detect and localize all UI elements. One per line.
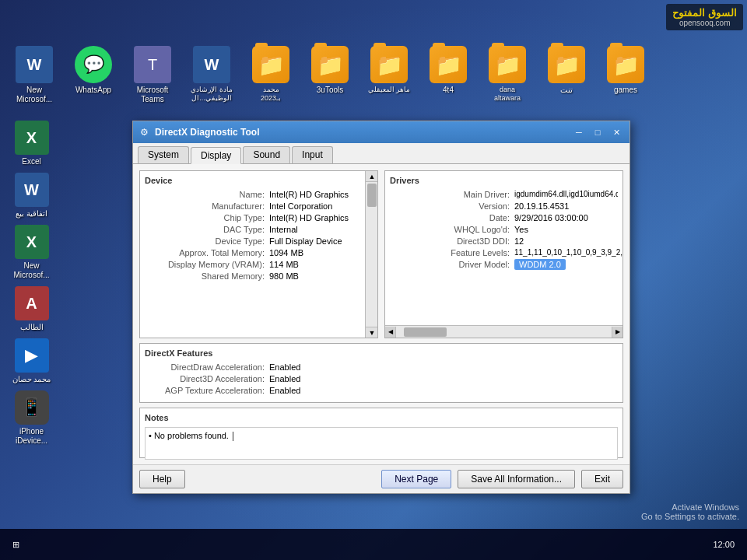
icon-label-arabic-word: مادة الإرشاديالوظيفي...ال (191, 86, 233, 103)
horiz-scroll-thumb[interactable] (404, 327, 447, 337)
desktop-icon-tnt[interactable]: 📁 تنت (538, 43, 594, 98)
scroll-left-arrow[interactable]: ◀ (385, 327, 396, 338)
agp-label: AGP Texture Acceleration: (145, 386, 269, 395)
content-area: Device Name: Intel(R) HD Graphics Manufa… (139, 170, 623, 338)
close-button[interactable]: ✕ (608, 125, 625, 139)
desktop-icon-excel[interactable]: X Excel (6, 121, 57, 166)
desktop-icon-arabic-word[interactable]: W مادة الإرشاديالوظيفي...ال (184, 43, 240, 106)
directdraw-label: DirectDraw Acceleration: (145, 362, 269, 372)
excel-icon: X (15, 121, 49, 155)
icon-label-excel: Excel (22, 157, 40, 166)
whatsapp-icon: 💬 (75, 46, 112, 83)
date-row: Date: 9/29/2016 03:00:00 (390, 213, 618, 222)
main-driver-label: Main Driver: (390, 190, 514, 199)
help-button[interactable]: Help (139, 470, 185, 488)
window-title: DirectX Diagnostic Tool (155, 127, 570, 138)
desktop-icon-maher[interactable]: 📁 ماهر المعيقلي (361, 43, 417, 97)
tab-input[interactable]: Input (292, 146, 333, 163)
device-info-table: Name: Intel(R) HD Graphics Manufacturer:… (145, 190, 373, 281)
feature-levels-value: 11_1,11_0,10_1,10_0,9_3,9_2,9_1 (514, 248, 623, 257)
direct3d-value: Enabled (269, 374, 618, 383)
right-buttons: Next Page Save All Information... Exit (381, 470, 623, 488)
tab-system[interactable]: System (138, 146, 189, 163)
icon-label-muhammad-hussan: محمد حصان (12, 375, 51, 384)
start-button[interactable]: ⊞ (6, 540, 26, 550)
scroll-right-arrow[interactable]: ▶ (612, 327, 622, 338)
desktop-icon-4t4[interactable]: 📁 4t4 (420, 43, 476, 98)
device-name-row: Name: Intel(R) HD Graphics (145, 190, 373, 199)
desktop-icon-dana[interactable]: 📁 danaaltawara (479, 43, 535, 106)
window-titlebar[interactable]: ⚙ DirectX Diagnostic Tool ─ □ ✕ (133, 121, 630, 143)
desktop-icon-whatsapp[interactable]: 💬 WhatsApp (65, 43, 121, 98)
activate-text: Activate Windows (641, 502, 739, 512)
driver-model-label: Driver Model: (390, 260, 514, 269)
device-scrollbar[interactable]: ▲ ▼ (365, 171, 377, 338)
scroll-down-arrow[interactable]: ▼ (366, 327, 378, 338)
icon-label-3utools: 3uTools (317, 86, 343, 95)
icon-label-agreement: اتفاقية بيع (16, 209, 47, 219)
window-footer: Help Next Page Save All Information... E… (133, 464, 630, 493)
whql-value: Yes (514, 225, 618, 234)
dxdiag-window: ⚙ DirectX Diagnostic Tool ─ □ ✕ System D… (132, 121, 630, 494)
next-page-button[interactable]: Next Page (381, 470, 451, 488)
total-memory-row: Approx. Total Memory: 1094 MB (145, 248, 373, 257)
desktop-icon-games[interactable]: 📁 games (598, 43, 654, 98)
whql-label: WHQL Logo'd: (390, 225, 514, 234)
device-name-value: Intel(R) HD Graphics (269, 190, 373, 199)
desktop-icon-muhammad-hussan[interactable]: ▶ محمد حصان (6, 338, 57, 384)
chip-type-row: Chip Type: Intel(R) HD Graphics (145, 213, 373, 222)
exit-button[interactable]: Exit (581, 470, 623, 488)
icon-label-tnt: تنت (560, 86, 573, 95)
device-type-label: Device Type: (145, 236, 269, 246)
features-section: DirectX Features DirectDraw Acceleration… (139, 343, 623, 403)
date-label: Date: (390, 213, 514, 222)
direct3d-ddi-row: Direct3D DDI: 12 (390, 236, 618, 246)
excel2-icon: X (15, 225, 49, 259)
desktop-icon-excel2[interactable]: X NewMicrosof... (6, 225, 57, 280)
activate-windows: Activate Windows Go to Settings to activ… (641, 502, 739, 521)
maximize-button[interactable]: □ (589, 125, 606, 139)
text-cursor (233, 432, 233, 441)
scroll-thumb[interactable] (367, 184, 377, 207)
version-label: Version: (390, 201, 514, 211)
word-icon: W (16, 46, 53, 83)
opensooq-logo: السوق المفتوح opensooq.com (666, 4, 743, 30)
save-all-button[interactable]: Save All Information... (458, 470, 575, 488)
tab-display[interactable]: Display (191, 147, 241, 164)
desktop: السوق المفتوح opensooq.com W NewMicrosof… (0, 0, 747, 560)
notes-section: Notes • No problems found. (139, 408, 623, 458)
desktop-icon-iphone[interactable]: 📱 iPhoneiDevice... (6, 390, 57, 446)
direct3d-ddi-value: 12 (514, 236, 618, 246)
drivers-section: Drivers Main Driver: igdumdim64.dll,igd1… (384, 170, 623, 338)
4t4-icon: 📁 (430, 46, 467, 83)
activate-subtext: Go to Settings to activate. (641, 512, 739, 521)
features-info-table: DirectDraw Acceleration: Enabled Direct3… (145, 362, 618, 395)
media-icon: ▶ (15, 338, 49, 373)
device-section-title: Device (145, 176, 373, 185)
window-controls: ─ □ ✕ (570, 125, 625, 139)
notes-title: Notes (145, 413, 618, 422)
desktop-icon-muhammad[interactable]: 📁 محمد2023بـ (243, 43, 299, 106)
scroll-up-arrow[interactable]: ▲ (366, 171, 378, 182)
opensooq-url: opensooq.com (672, 19, 737, 27)
desktop-icon-new-microsoft[interactable]: W NewMicrosof... (6, 43, 62, 107)
version-value: 20.19.15.4531 (514, 201, 618, 211)
date-value: 9/29/2016 03:00:00 (514, 213, 618, 222)
notes-content[interactable]: • No problems found. (145, 427, 618, 460)
desktop-icon-agreement[interactable]: W اتفاقية بيع (6, 173, 57, 219)
icon-label-maher: ماهر المعيقلي (368, 86, 411, 94)
desktop-icon-access[interactable]: A الطالب (6, 286, 57, 332)
dxdiag-window-icon: ⚙ (138, 126, 150, 138)
desktop-icon-teams[interactable]: T MicrosoftTeams (124, 43, 181, 107)
tab-sound[interactable]: Sound (243, 146, 290, 163)
opensooq-arabic: السوق المفتوح (672, 7, 737, 19)
manufacturer-label: Manufacturer: (145, 201, 269, 211)
device-type-value: Full Display Device (269, 236, 373, 246)
minimize-button[interactable]: ─ (570, 125, 587, 139)
icon-label-new-microsoft: NewMicrosof... (16, 86, 52, 104)
icon-label-whatsapp: WhatsApp (75, 86, 111, 95)
vram-value: 114 MB (269, 260, 373, 269)
horiz-scrollbar[interactable]: ◀ ▶ (385, 325, 622, 338)
desktop-icon-3utools[interactable]: 📁 3uTools (302, 43, 358, 98)
main-driver-value: igdumdim64.dll,igd10iumd64.dll,igd10i... (514, 190, 618, 199)
